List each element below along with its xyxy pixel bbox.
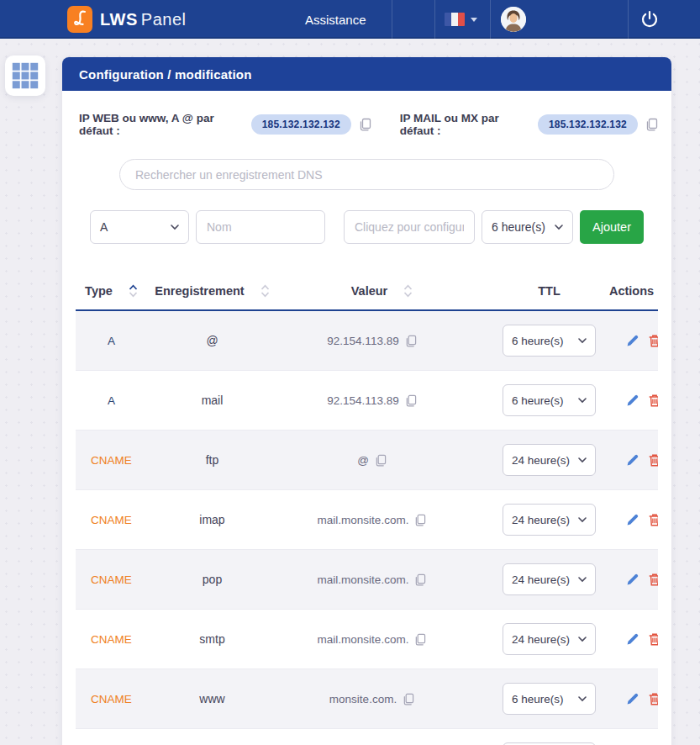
edit-record-button[interactable] [626, 453, 639, 467]
delete-record-button[interactable] [648, 573, 658, 587]
ttl-select[interactable]: 6 heure(s) [503, 384, 596, 416]
header-divider [392, 0, 392, 39]
delete-trash-icon [648, 334, 658, 348]
copy-icon [645, 118, 658, 131]
chevron-down-icon [555, 225, 563, 230]
user-avatar[interactable] [501, 7, 526, 32]
record-type: CNAME [76, 633, 147, 646]
copy-ip-mail-button[interactable] [645, 118, 658, 131]
delete-trash-icon [648, 692, 658, 706]
ip-web-label: IP WEB ou www, A @ par défaut : [79, 112, 244, 137]
language-selector[interactable] [445, 0, 477, 39]
record-type: CNAME [76, 693, 147, 705]
record-type-select[interactable]: A [90, 210, 189, 244]
ttl-select[interactable]: 6 heure(s) [503, 683, 596, 715]
top-navigation-bar: LWSPanel Assistance [0, 0, 700, 39]
dns-search-input[interactable] [119, 159, 614, 190]
copy-value-button[interactable] [414, 514, 426, 526]
column-header-value[interactable]: Valeur [287, 284, 476, 298]
header-divider [628, 0, 629, 39]
record-value: mail.monsite.com. [277, 514, 466, 526]
delete-record-button[interactable] [648, 692, 658, 706]
lws-panel-brand[interactable]: LWSPanel [67, 6, 187, 33]
copy-icon [414, 514, 426, 526]
ip-mail-value-badge: 185.132.132.132 [538, 114, 638, 135]
dns-configuration-panel: Configuration / modification IP WEB ou w… [62, 57, 671, 745]
column-header-type[interactable]: Type [76, 284, 147, 298]
record-type: CNAME [76, 573, 147, 586]
record-value-input[interactable] [344, 210, 475, 244]
add-record-button[interactable]: Ajouter [580, 210, 644, 244]
dns-record-row: CNAME imap mail.monsite.com. 24 heure(s) [76, 490, 658, 550]
edit-record-button[interactable] [626, 394, 639, 407]
power-icon [639, 9, 660, 29]
record-name-input[interactable] [196, 210, 325, 244]
edit-pencil-icon [626, 334, 639, 347]
dns-record-row-partial [76, 729, 658, 745]
copy-value-button[interactable] [405, 335, 417, 347]
delete-trash-icon [648, 513, 658, 527]
delete-record-button[interactable] [648, 334, 658, 348]
delete-record-button[interactable] [648, 394, 658, 408]
delete-record-button[interactable] [648, 632, 658, 647]
record-ttl-select[interactable]: 6 heure(s) [482, 210, 573, 244]
record-type: CNAME [76, 454, 147, 467]
ttl-select[interactable]: 24 heure(s) [503, 444, 596, 476]
dns-record-row: A @ 92.154.113.89 6 heure(s) [76, 311, 658, 371]
add-record-form: A 6 heure(s) Ajouter [76, 210, 658, 244]
ttl-select[interactable]: 24 heure(s) [503, 623, 596, 655]
delete-record-button[interactable] [648, 453, 658, 468]
copy-value-button[interactable] [403, 693, 414, 705]
brand-name: LWSPanel [100, 10, 187, 29]
table-body: A @ 92.154.113.89 6 heure(s) [76, 311, 658, 745]
delete-trash-icon [648, 573, 658, 587]
edit-pencil-icon [626, 692, 639, 705]
copy-value-button[interactable] [405, 394, 417, 407]
chevron-down-icon [578, 457, 587, 463]
copy-icon [375, 454, 387, 467]
edit-record-button[interactable] [626, 513, 639, 526]
ttl-select[interactable]: 6 heure(s) [503, 325, 596, 357]
table-header-row: Type Enregistrement Valeur [76, 272, 658, 311]
grid-apps-icon [11, 61, 39, 90]
header-divider [434, 0, 435, 39]
ttl-select[interactable]: 24 heure(s) [503, 563, 596, 595]
edit-record-button[interactable] [626, 334, 639, 347]
copy-ip-web-button[interactable] [359, 118, 371, 131]
copy-icon [403, 693, 414, 705]
chevron-down-icon [578, 398, 587, 404]
ip-web-value-badge: 185.132.132.132 [251, 114, 351, 135]
dns-record-row: CNAME smtp mail.monsite.com. 24 heure(s) [76, 610, 658, 669]
dns-record-row: A mail 92.154.113.89 6 heure(s) [76, 371, 658, 431]
record-name: mail [147, 394, 277, 407]
logout-power-button[interactable] [639, 9, 660, 29]
ttl-select[interactable]: 24 heure(s) [503, 504, 596, 536]
sort-icon [129, 284, 138, 298]
apps-grid-button[interactable] [5, 55, 45, 96]
edit-record-button[interactable] [626, 692, 639, 705]
dns-records-table: Type Enregistrement Valeur [76, 272, 658, 745]
record-value: 92.154.113.89 [277, 335, 466, 347]
copy-value-button[interactable] [414, 573, 426, 586]
delete-record-button[interactable] [648, 513, 658, 527]
edit-record-button[interactable] [626, 632, 639, 646]
edit-pencil-icon [626, 394, 639, 407]
copy-icon [414, 573, 426, 586]
edit-record-button[interactable] [626, 573, 639, 586]
column-header-record[interactable]: Enregistrement [147, 284, 277, 298]
copy-value-button[interactable] [414, 633, 426, 646]
record-name: smtp [147, 632, 277, 646]
record-name: ftp [147, 453, 277, 467]
record-name: www [147, 692, 277, 705]
delete-trash-icon [648, 453, 658, 468]
chevron-down-icon [171, 225, 179, 230]
header-divider [490, 0, 491, 39]
record-name: @ [147, 334, 277, 347]
chevron-down-icon [578, 338, 587, 344]
copy-value-button[interactable] [375, 454, 387, 467]
panel-titlebar: Configuration / modification [62, 57, 671, 91]
chevron-down-icon [578, 577, 587, 583]
dns-record-row: CNAME pop mail.monsite.com. 24 heure(s) [76, 550, 658, 610]
assistance-link[interactable]: Assistance [305, 0, 366, 39]
record-value: mail.monsite.com. [277, 573, 466, 586]
